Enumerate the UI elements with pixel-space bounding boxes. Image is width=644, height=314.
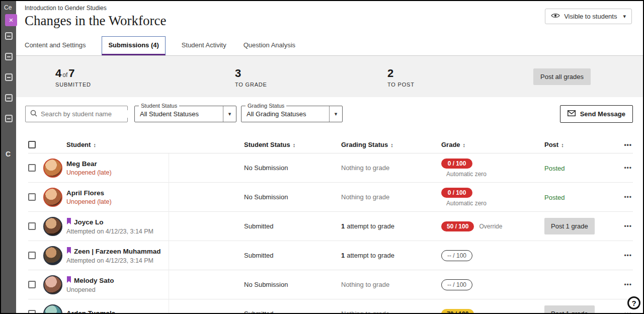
row-overflow-menu[interactable]: ••• xyxy=(624,165,633,172)
student-cell: April Flores Unopened (late) xyxy=(66,189,244,205)
student-status-cell: No Submission xyxy=(244,164,341,172)
document-icon[interactable] xyxy=(5,53,13,60)
row-overflow-menu[interactable]: ••• xyxy=(624,194,633,201)
row-overflow-menu[interactable]: ••• xyxy=(624,223,633,230)
student-status-cell: Submitted xyxy=(244,310,341,314)
post-cell: Post 1 grade xyxy=(544,218,621,234)
grading-status-cell: 1attempt to grade xyxy=(341,252,441,259)
sort-icon: ↕ xyxy=(93,142,96,148)
help-button[interactable]: ? xyxy=(627,296,640,309)
tab-student-activity[interactable]: Student Activity xyxy=(181,37,227,55)
grade-pill[interactable]: -- / 100 xyxy=(441,279,472,290)
app-window: Ce C × Introduction to Gender Studies Ch… xyxy=(0,0,644,314)
column-header-grade[interactable]: Grade↕ xyxy=(441,141,544,148)
table-row[interactable]: Meg Bear Unopened (late) No Submission N… xyxy=(28,153,633,183)
grading-status-cell: Nothing to grade xyxy=(341,193,441,201)
submissions-table: Student↕ Student Status↕ Grading Status↕… xyxy=(28,136,633,314)
stat-to-grade: 3 TO GRADE xyxy=(235,67,267,88)
page-header: Introduction to Gender Studies Changes i… xyxy=(16,1,643,35)
bookmark-flag-icon xyxy=(66,247,71,256)
posted-status: Posted xyxy=(544,165,565,172)
column-header-student[interactable]: Student↕ xyxy=(66,141,244,148)
row-checkbox[interactable] xyxy=(28,222,36,230)
column-header-post[interactable]: Post↕ xyxy=(544,141,621,148)
tab-submissions[interactable]: Submissions (4) xyxy=(102,36,165,55)
chevron-down-icon: ▾ xyxy=(329,106,342,122)
sidebar-partial-letter: C xyxy=(6,150,11,158)
table-row[interactable]: Melody Sato Unopened No Submission Nothi… xyxy=(28,270,633,299)
grade-cell: -- / 100 xyxy=(441,279,544,290)
grade-cell: 0 / 100 Automatic zero xyxy=(441,188,544,207)
row-overflow-menu[interactable]: ••• xyxy=(624,252,633,259)
search-input[interactable] xyxy=(41,110,129,118)
table-row[interactable]: Arden Tuomala Submitted Nothing to grade… xyxy=(28,299,633,314)
student-name[interactable]: Joyce Lo xyxy=(74,218,104,226)
bookmark-flag-icon xyxy=(66,217,71,226)
main-content: Introduction to Gender Studies Changes i… xyxy=(16,1,643,313)
tab-content-and-settings[interactable]: Content and Settings xyxy=(24,37,87,55)
grade-pill[interactable]: 50 / 100 xyxy=(441,221,474,231)
visibility-dropdown[interactable]: Visible to students ▾ xyxy=(545,9,632,24)
grade-pill[interactable]: -- / 100 xyxy=(441,250,472,261)
submission-detail: Unopened xyxy=(66,286,244,293)
filter-bar: Student Status All Student Statuses ▾ Gr… xyxy=(25,105,633,123)
sort-icon: ↕ xyxy=(561,142,564,148)
to-post-label: TO POST xyxy=(387,82,415,88)
grade-cell: -- / 100 xyxy=(441,250,544,261)
grading-status-cell: Nothing to grade xyxy=(341,281,441,288)
column-header-student-status[interactable]: Student Status↕ xyxy=(244,141,341,148)
table-row[interactable]: Joyce Lo Attempted on 4/12/23, 3:14 PM S… xyxy=(28,212,633,241)
submission-detail: Unopened (late) xyxy=(66,169,244,176)
post-grade-button[interactable]: Post 1 grade xyxy=(544,218,595,234)
post-grade-button[interactable]: Post 1 grade xyxy=(544,305,595,314)
tab-question-analysis[interactable]: Question Analysis xyxy=(243,37,296,55)
calendar-icon[interactable] xyxy=(5,32,13,40)
student-status-dropdown[interactable]: Student Status All Student Statuses ▾ xyxy=(134,106,236,122)
gradebook-icon[interactable] xyxy=(5,73,13,81)
submission-detail: Attempted on 4/12/23, 3:14 PM xyxy=(66,257,244,264)
grade-cell: 70 / 100 xyxy=(441,309,544,314)
search-icon xyxy=(30,110,37,119)
grading-status-label: Grading Status xyxy=(246,103,286,109)
column-header-grading-status[interactable]: Grading Status↕ xyxy=(341,141,441,148)
row-overflow-menu[interactable]: ••• xyxy=(624,310,633,314)
header-overflow-menu[interactable]: ••• xyxy=(624,141,633,148)
student-cell: Zeen | Farzeen Muhammad Attempted on 4/1… xyxy=(66,247,244,264)
row-checkbox[interactable] xyxy=(28,281,36,288)
post-cell: Posted xyxy=(544,164,621,173)
row-checkbox[interactable] xyxy=(28,310,36,314)
student-status-cell: No Submission xyxy=(244,281,341,288)
row-checkbox[interactable] xyxy=(28,164,36,172)
grade-note: Override xyxy=(479,223,502,230)
table-row[interactable]: April Flores Unopened (late) No Submissi… xyxy=(28,183,633,212)
avatar xyxy=(43,304,62,314)
avatar xyxy=(43,188,62,207)
student-name[interactable]: Arden Tuomala xyxy=(66,309,115,314)
stat-submitted: 4of7 SUBMITTED xyxy=(55,67,91,88)
row-overflow-menu[interactable]: ••• xyxy=(624,281,633,288)
student-name[interactable]: Meg Bear xyxy=(66,160,97,168)
grade-pill[interactable]: 70 / 100 xyxy=(441,309,474,314)
table-header-row: Student↕ Student Status↕ Grading Status↕… xyxy=(28,136,633,153)
student-status-cell: Submitted xyxy=(244,222,341,230)
close-panel-button[interactable]: × xyxy=(5,14,17,26)
messages-icon[interactable] xyxy=(5,115,13,122)
grading-status-dropdown[interactable]: Grading Status All Grading Statuses ▾ xyxy=(241,106,343,122)
table-row[interactable]: Zeen | Farzeen Muhammad Attempted on 4/1… xyxy=(28,241,633,270)
send-message-button[interactable]: Send Message xyxy=(560,105,633,123)
student-name[interactable]: Zeen | Farzeen Muhammad xyxy=(74,248,161,255)
select-all-checkbox[interactable] xyxy=(28,141,36,148)
pencil-icon[interactable] xyxy=(5,94,13,102)
grade-note: Automatic zero xyxy=(441,200,544,207)
row-checkbox[interactable] xyxy=(28,193,36,201)
student-name[interactable]: April Flores xyxy=(66,189,104,197)
post-cell: Post 1 grade xyxy=(544,305,621,314)
post-all-grades-button[interactable]: Post all grades xyxy=(533,68,591,85)
student-name[interactable]: Melody Sato xyxy=(74,277,114,284)
grade-pill[interactable]: 0 / 100 xyxy=(441,188,472,198)
grade-note: Automatic zero xyxy=(441,171,544,178)
posted-status: Posted xyxy=(544,194,565,201)
row-checkbox[interactable] xyxy=(28,252,36,259)
avatar xyxy=(43,275,62,294)
grade-pill[interactable]: 0 / 100 xyxy=(441,159,472,169)
